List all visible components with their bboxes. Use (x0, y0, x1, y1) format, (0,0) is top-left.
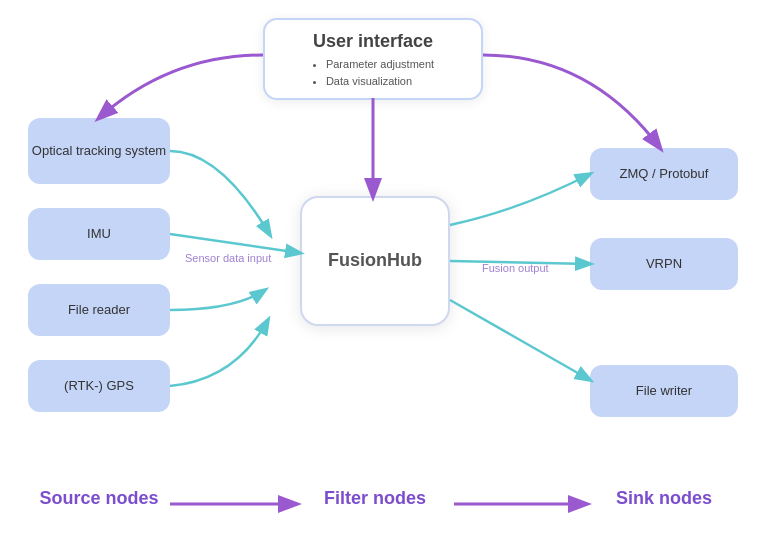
zmq-label: ZMQ / Protobuf (620, 166, 709, 183)
gps-label: (RTK-) GPS (64, 378, 134, 395)
file-writer-label: File writer (636, 383, 692, 400)
fusionhub-label: FusionHub (328, 249, 422, 272)
imu-label: IMU (87, 226, 111, 243)
file-reader-box: File reader (28, 284, 170, 336)
fusionhub-box: FusionHub (300, 196, 450, 326)
fusion-output-label: Fusion output (482, 262, 549, 274)
sensor-data-label: Sensor data input (185, 252, 271, 264)
vrpn-label: VRPN (646, 256, 682, 273)
diagram: User interface Parameter adjustment Data… (0, 0, 768, 552)
zmq-box: ZMQ / Protobuf (590, 148, 738, 200)
gps-box: (RTK-) GPS (28, 360, 170, 412)
ui-bullet-1: Parameter adjustment (326, 57, 434, 71)
sink-nodes-label: Sink nodes (590, 488, 738, 509)
file-writer-box: File writer (590, 365, 738, 417)
file-reader-label: File reader (68, 302, 130, 319)
user-interface-box: User interface Parameter adjustment Data… (263, 18, 483, 100)
vrpn-box: VRPN (590, 238, 738, 290)
optical-tracking-box: Optical tracking system (28, 118, 170, 184)
ui-title: User interface (312, 30, 434, 53)
source-nodes-label: Source nodes (28, 488, 170, 509)
filter-nodes-label: Filter nodes (300, 488, 450, 509)
ui-bullets: Parameter adjustment Data visualization (312, 57, 434, 88)
optical-tracking-label: Optical tracking system (32, 143, 166, 160)
imu-box: IMU (28, 208, 170, 260)
ui-bullet-2: Data visualization (326, 74, 434, 88)
